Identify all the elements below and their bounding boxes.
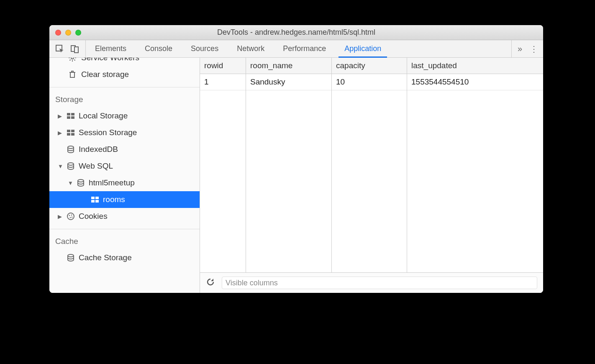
chevron-down-icon: ▼ xyxy=(68,180,73,186)
tree-cookies[interactable]: ▶ Cookies xyxy=(49,208,200,225)
tree-label: IndexedDB xyxy=(79,145,118,154)
tree-session-storage[interactable]: ▶ Session Storage xyxy=(49,124,200,141)
database-icon xyxy=(66,254,75,261)
minimize-icon[interactable] xyxy=(65,30,71,36)
sidebar-item-clear-storage[interactable]: Clear storage xyxy=(49,66,200,83)
titlebar: DevTools - andrew.hedges.name/html5/sql.… xyxy=(49,25,543,40)
window-controls xyxy=(49,30,81,36)
chevron-right-icon: ▶ xyxy=(58,130,63,136)
toolbar: ElementsConsoleSourcesNetworkPerformance… xyxy=(49,40,543,58)
cell[interactable]: 1553544554510 xyxy=(407,74,543,90)
tree-label: html5meetup xyxy=(89,178,135,187)
svg-rect-13 xyxy=(71,113,74,115)
svg-point-28 xyxy=(69,215,70,216)
trash-icon xyxy=(68,70,77,79)
close-icon[interactable] xyxy=(55,30,61,36)
chevron-right-icon: ▶ xyxy=(58,113,63,119)
svg-rect-15 xyxy=(71,116,74,119)
svg-point-3 xyxy=(71,58,74,59)
column-capacity: capacity10 xyxy=(332,58,407,272)
tab-elements[interactable]: Elements xyxy=(86,40,136,57)
more-tabs-icon[interactable]: » xyxy=(518,44,522,54)
tree-label: Cache Storage xyxy=(79,253,132,262)
grid-icon xyxy=(66,130,75,136)
svg-rect-17 xyxy=(71,130,74,132)
database-icon xyxy=(66,146,75,153)
gear-icon xyxy=(68,58,77,62)
svg-line-10 xyxy=(70,60,71,61)
devtools-window: DevTools - andrew.hedges.name/html5/sql.… xyxy=(49,25,543,293)
tab-sources[interactable]: Sources xyxy=(182,40,228,57)
inspect-icon[interactable] xyxy=(55,44,64,54)
svg-point-20 xyxy=(68,146,74,149)
sidebar-item-label: Clear storage xyxy=(81,70,129,79)
tree-table-rooms[interactable]: rooms xyxy=(49,191,200,208)
panel-tabs: ElementsConsoleSourcesNetworkPerformance… xyxy=(86,40,511,57)
window-title: DevTools - andrew.hedges.name/html5/sql.… xyxy=(49,28,543,37)
column-room_name: room_nameSandusky xyxy=(246,58,332,272)
toolbar-left xyxy=(49,40,86,57)
svg-point-30 xyxy=(70,217,71,218)
cell[interactable]: 10 xyxy=(332,74,407,90)
svg-point-21 xyxy=(68,163,74,165)
svg-rect-24 xyxy=(95,197,99,199)
kebab-menu-icon[interactable]: ⋮ xyxy=(530,44,537,54)
tree-label: Web SQL xyxy=(79,161,113,171)
svg-point-27 xyxy=(67,213,74,220)
svg-rect-12 xyxy=(67,113,70,115)
database-icon xyxy=(66,162,75,170)
svg-point-31 xyxy=(72,217,73,218)
tree-cache-storage[interactable]: Cache Storage xyxy=(49,249,200,266)
svg-point-32 xyxy=(68,254,74,257)
visible-columns-input[interactable] xyxy=(222,277,537,289)
tree-label: Cookies xyxy=(79,212,108,221)
tab-application[interactable]: Application xyxy=(335,40,390,57)
svg-rect-19 xyxy=(71,133,74,136)
svg-rect-2 xyxy=(74,47,78,53)
column-header[interactable]: room_name xyxy=(246,58,331,74)
toolbar-right: » ⋮ xyxy=(511,40,543,57)
cookie-icon xyxy=(66,213,75,220)
fullscreen-icon[interactable] xyxy=(75,30,81,36)
database-icon xyxy=(76,179,85,187)
svg-rect-16 xyxy=(67,130,70,132)
refresh-icon[interactable] xyxy=(206,277,215,289)
svg-rect-18 xyxy=(67,133,70,136)
svg-rect-23 xyxy=(91,197,95,199)
column-header[interactable]: rowid xyxy=(200,58,246,74)
chevron-right-icon: ▶ xyxy=(58,213,63,220)
tree-label: Local Storage xyxy=(79,111,128,120)
tab-console[interactable]: Console xyxy=(136,40,182,57)
section-title-storage: Storage xyxy=(49,87,200,108)
column-header[interactable]: capacity xyxy=(332,58,407,74)
tree-indexeddb[interactable]: IndexedDB xyxy=(49,141,200,158)
cell[interactable]: 1 xyxy=(200,74,246,90)
svg-point-22 xyxy=(78,179,84,182)
sidebar: Service Workers Clear storage Storage ▶ … xyxy=(49,58,200,293)
device-toggle-icon[interactable] xyxy=(70,44,80,54)
tree-label: Session Storage xyxy=(79,128,137,137)
svg-rect-26 xyxy=(95,200,99,203)
bottombar xyxy=(200,273,543,293)
svg-rect-14 xyxy=(67,116,70,119)
column-header[interactable]: last_updated xyxy=(407,58,543,74)
svg-rect-25 xyxy=(91,200,95,203)
tree-websql[interactable]: ▼ Web SQL xyxy=(49,158,200,174)
tab-performance[interactable]: Performance xyxy=(274,40,335,57)
sidebar-item-service-workers[interactable]: Service Workers xyxy=(49,58,200,66)
svg-line-9 xyxy=(74,60,75,61)
grid-icon xyxy=(90,197,100,203)
data-grid: rowid1room_nameSanduskycapacity10last_up… xyxy=(200,58,543,273)
sidebar-item-label: Service Workers xyxy=(81,58,139,62)
main: rowid1room_nameSanduskycapacity10last_up… xyxy=(200,58,543,293)
body: Service Workers Clear storage Storage ▶ … xyxy=(49,58,543,293)
tree-label: rooms xyxy=(103,195,125,204)
svg-point-29 xyxy=(71,215,72,216)
chevron-down-icon: ▼ xyxy=(58,163,63,169)
column-rowid: rowid1 xyxy=(200,58,246,272)
cell[interactable]: Sandusky xyxy=(246,74,331,90)
tree-database-html5meetup[interactable]: ▼ html5meetup xyxy=(49,174,200,191)
tree-local-storage[interactable]: ▶ Local Storage xyxy=(49,108,200,124)
column-last_updated: last_updated1553544554510 xyxy=(407,58,543,272)
tab-network[interactable]: Network xyxy=(228,40,274,57)
